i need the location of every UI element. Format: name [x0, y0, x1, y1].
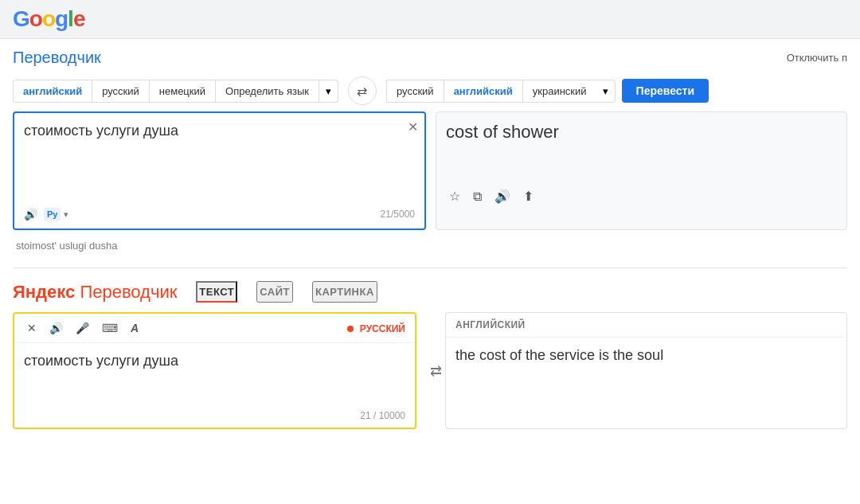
dropdown-arrow: ▾	[326, 85, 331, 97]
logo-l: l	[68, 6, 73, 31]
main-content: Переводчик Отключить п английский русски…	[0, 39, 860, 429]
yandex-source-lang: РУССКИЙ	[347, 322, 405, 334]
translate-button[interactable]: Перевести	[622, 79, 709, 103]
yandex-close-button[interactable]: ✕	[24, 320, 40, 336]
speaker-icon: 🔊	[24, 208, 37, 221]
swap-icon: ⇄	[357, 84, 367, 99]
source-textarea[interactable]: стоимость услуги душа	[14, 113, 424, 201]
yandex-target-lang: АНГЛИЙСКИЙ	[455, 319, 526, 330]
source-lang-german[interactable]: немецкий	[149, 80, 215, 103]
target-lang-english[interactable]: английский	[444, 80, 522, 103]
logo-o1: o	[29, 6, 42, 31]
target-box: cost of shower ☆ ⧉ 🔊 ⬆	[436, 111, 847, 230]
yandex-tab-image[interactable]: КАРТИНКА	[312, 281, 377, 303]
source-lang-row: английский русский немецкий Определить я…	[13, 76, 847, 105]
yandex-dot	[347, 326, 354, 332]
yandex-translation-area: ✕ 🔊 🎤 ⌨ A	[13, 312, 847, 429]
yandex-font-icon: A	[131, 322, 139, 334]
disable-label[interactable]: Отключить п	[787, 52, 847, 64]
target-dropdown-arrow: ▾	[603, 85, 608, 97]
yandex-target-box: АНГЛИЙСКИЙ the cost of the service is th…	[445, 312, 847, 429]
yandex-source-lang-label: РУССКИЙ	[360, 323, 405, 334]
yandex-logo-sub: Переводчик	[80, 282, 177, 302]
yandex-source-icons: ✕ 🔊 🎤 ⌨ A	[24, 320, 142, 336]
yandex-target-text: the cost of the service is the soul	[446, 338, 846, 373]
char-count: 21/5000	[381, 209, 415, 220]
source-footer-left: 🔊 Ру ▾	[21, 206, 68, 222]
yandex-swap-icon: ⇄	[430, 362, 442, 380]
page-title: Переводчик	[13, 49, 101, 67]
target-footer: ☆ ⧉ 🔊 ⬆	[436, 184, 846, 212]
yandex-target-header: АНГЛИЙСКИЙ	[446, 313, 846, 338]
yandex-swap-button[interactable]: ⇄	[426, 362, 445, 380]
google-logo: Google	[13, 6, 84, 32]
copy-icon: ⧉	[473, 189, 482, 203]
copy-button[interactable]: ⧉	[470, 188, 485, 205]
star-button[interactable]: ☆	[446, 187, 463, 205]
logo-o2: o	[42, 6, 55, 31]
share-button[interactable]: ⬆	[520, 187, 537, 205]
yandex-tab-site[interactable]: САЙТ	[256, 281, 293, 303]
yandex-font-button[interactable]: A	[127, 320, 142, 336]
source-lang-english[interactable]: английский	[13, 80, 92, 103]
target-lang-ukrainian[interactable]: украинский	[522, 80, 596, 103]
source-lang-russian[interactable]: русский	[92, 80, 149, 103]
share-icon: ⬆	[523, 189, 534, 203]
yandex-header: Яндекс Переводчик ТЕКСТ САЙТ КАРТИНКА	[13, 281, 847, 303]
yandex-char-count: 21 / 10000	[360, 410, 405, 421]
swap-languages-button[interactable]: ⇄	[348, 76, 377, 105]
source-footer: 🔊 Ру ▾ 21/5000	[14, 203, 424, 229]
clear-button[interactable]: ✕	[408, 119, 418, 135]
yandex-mic-button[interactable]: 🎤	[72, 320, 92, 336]
yandex-speaker-button[interactable]: 🔊	[46, 320, 66, 336]
yandex-source-footer: 21 / 10000	[14, 407, 415, 428]
section-title-row: Переводчик Отключить п	[13, 39, 847, 76]
yandex-source-text[interactable]: стоимость услуги душа	[14, 343, 415, 407]
yandex-speaker-icon: 🔊	[49, 322, 63, 334]
yandex-keyboard-icon: ⌨	[102, 322, 118, 334]
clear-icon: ✕	[408, 120, 418, 134]
target-speaker-button[interactable]: 🔊	[491, 187, 514, 205]
logo-g: G	[13, 6, 29, 31]
yandex-source-header: ✕ 🔊 🎤 ⌨ A	[14, 314, 415, 343]
source-lang-detect[interactable]: Определить язык	[215, 80, 319, 103]
target-text: cost of shower	[436, 112, 846, 184]
yandex-logo: Яндекс Переводчик	[13, 282, 177, 303]
top-bar: Google	[0, 0, 860, 39]
yandex-close-icon: ✕	[27, 322, 37, 334]
yandex-logo-text1: Яндекс	[13, 282, 80, 302]
target-speaker-icon: 🔊	[494, 189, 510, 203]
target-lang-dropdown[interactable]: ▾	[596, 80, 616, 103]
source-lang-dropdown[interactable]: ▾	[319, 80, 338, 103]
yandex-source-box: ✕ 🔊 🎤 ⌨ A	[13, 312, 416, 429]
target-lang-russian[interactable]: русский	[386, 80, 444, 103]
star-icon: ☆	[449, 189, 460, 203]
yandex-keyboard-button[interactable]: ⌨	[99, 320, 121, 336]
yandex-section: Яндекс Переводчик ТЕКСТ САЙТ КАРТИНКА ✕ …	[13, 268, 847, 429]
yandex-tab-text[interactable]: ТЕКСТ	[196, 281, 237, 303]
translation-area: стоимость услуги душа ✕ 🔊 Ру ▾ 21/5000 c…	[13, 111, 847, 230]
source-speaker-button[interactable]: 🔊	[21, 206, 41, 222]
transliteration: stoimost' uslugi dusha	[13, 236, 847, 264]
ru-badge[interactable]: Ру	[44, 208, 61, 221]
yandex-mic-icon: 🎤	[76, 322, 89, 334]
logo-g2: g	[55, 6, 68, 31]
source-box: стоимость услуги душа ✕ 🔊 Ру ▾ 21/5000	[13, 111, 426, 230]
logo-e: e	[73, 6, 85, 31]
ru-badge-dropdown[interactable]: ▾	[64, 209, 68, 220]
